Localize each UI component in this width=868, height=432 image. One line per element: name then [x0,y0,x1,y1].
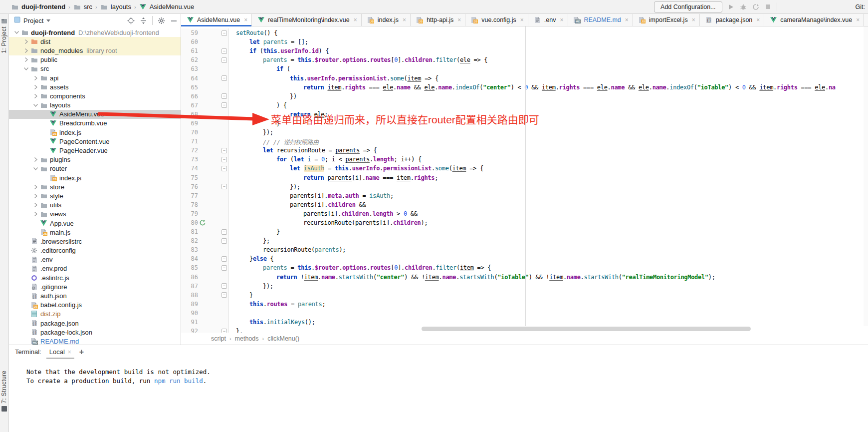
close-tab-icon[interactable]: × [624,16,629,23]
project-stripe-button[interactable]: 1: Project [0,18,7,53]
fold-marker-icon[interactable]: − [221,283,227,289]
project-view-selector[interactable]: Project [14,16,50,24]
tree-row[interactable]: dist [9,37,181,46]
fold-marker-icon[interactable]: − [221,30,227,36]
chevron-collapsed-icon[interactable] [32,212,39,216]
editor-breadcrumb-item[interactable]: script [211,335,226,342]
tree-row[interactable]: node_moduleslibrary root [9,46,181,55]
tree-row[interactable]: MDREADME.md [9,337,181,345]
chevron-collapsed-icon[interactable] [32,185,39,189]
tree-row[interactable]: App.vue [9,219,181,228]
tree-row[interactable]: utils [9,201,181,210]
tree-row[interactable]: public [9,55,181,64]
tree-row[interactable]: .editorconfig [9,246,181,255]
editor-breadcrumb-item[interactable]: clickMenu() [267,335,299,342]
run-icon[interactable] [727,3,735,11]
error-stripe[interactable] [864,26,868,326]
tree-row[interactable]: {)package.json [9,319,181,328]
tree-row[interactable]: src [9,64,181,73]
chevron-expanded-icon[interactable] [22,67,30,70]
close-tab-icon[interactable]: × [855,16,860,23]
tree-row[interactable]: components [9,91,181,100]
fold-marker-icon[interactable]: − [221,184,227,189]
tree-row[interactable]: PageHeader.vue [9,146,181,155]
terminal-tab-local[interactable]: Local × [48,346,72,358]
editor-tab[interactable]: MDREADME.md× [568,14,633,26]
tree-row[interactable]: dist.zip [9,310,181,319]
fold-marker-icon[interactable]: − [221,238,227,244]
git-branch-widget[interactable]: Git: [782,3,865,10]
horizontal-scrollbar[interactable] [422,327,751,331]
add-configuration-button[interactable]: Add Configuration... [654,1,722,12]
chevron-collapsed-icon[interactable] [32,94,39,98]
close-icon[interactable]: × [68,349,71,356]
editor-breadcrumb-item[interactable]: methods [235,335,259,342]
close-tab-icon[interactable]: × [519,16,524,23]
editor-tab[interactable]: .env× [528,14,568,26]
tree-row[interactable]: plugins [9,155,181,164]
fold-marker-icon[interactable]: − [221,166,227,171]
chevron-collapsed-icon[interactable] [32,194,39,198]
fold-marker-icon[interactable]: − [221,102,227,108]
breadcrumb-item[interactable]: AsideMenu.vue [139,3,195,10]
tree-row[interactable]: api [9,73,181,82]
close-tab-icon[interactable]: × [691,16,695,23]
chevron-collapsed-icon[interactable] [32,76,39,80]
tree-row[interactable]: .env.prod [9,264,181,273]
tree-row[interactable]: assets [9,82,181,91]
run-with-coverage-icon[interactable] [752,3,760,11]
hide-panel-icon[interactable] [170,17,178,24]
fold-marker-icon[interactable]: − [221,265,227,271]
editor-tab[interactable]: JShttp-api.js× [411,14,465,26]
collapse-all-icon[interactable] [140,17,147,24]
editor-tab[interactable]: JSimportExcel.js× [633,14,700,26]
fold-marker-icon[interactable]: − [221,229,227,235]
editor-tab[interactable]: {)package.json× [700,14,765,26]
tree-row[interactable]: store [9,182,181,191]
close-tab-icon[interactable]: × [456,16,461,23]
close-tab-icon[interactable]: × [559,16,563,23]
tree-row[interactable]: views [9,210,181,219]
tree-row[interactable]: Breadcrumb.vue [9,119,181,128]
close-tab-icon[interactable]: × [755,16,760,23]
fold-marker-icon[interactable]: − [221,157,227,162]
tree-row[interactable]: AsideMenu.vue [9,110,181,119]
chevron-collapsed-icon[interactable] [32,157,39,162]
tree-row[interactable]: PageContent.vue [9,137,181,146]
fold-marker-icon[interactable]: − [221,75,227,81]
tree-row[interactable]: JSindex.js [9,173,181,182]
tree-row[interactable]: style [9,191,181,200]
chevron-expanded-icon[interactable] [13,31,20,34]
editor-tab[interactable]: AsideMenu.vue× [181,14,252,26]
code-editor[interactable]: 59−setRoute() {60let parents = [];61−if … [181,26,868,333]
tree-row[interactable]: JSmain.js [9,228,181,237]
tree-row[interactable]: router [9,164,181,173]
recursive-call-icon[interactable] [200,220,208,226]
breadcrumb-item[interactable]: src [73,3,92,10]
tree-row[interactable]: duoji-frontendD:\zheheWeb\duoji-frontend [9,28,181,37]
chevron-collapsed-icon[interactable] [22,57,30,62]
tree-row[interactable]: .env [9,255,181,264]
chevron-collapsed-icon[interactable] [32,203,39,207]
fold-marker-icon[interactable]: − [221,329,227,333]
settings-gear-icon[interactable] [158,17,165,24]
close-tab-icon[interactable]: × [353,16,357,23]
editor-tab[interactable]: cameraManage\index.vue× [764,14,864,26]
fold-marker-icon[interactable]: − [221,292,227,298]
chevron-expanded-icon[interactable] [32,167,39,170]
tree-row[interactable]: {)auth.json [9,291,181,300]
stop-icon[interactable] [764,3,772,11]
breadcrumb-item[interactable]: layouts [100,3,131,10]
chevron-expanded-icon[interactable] [32,104,39,107]
chevron-collapsed-icon[interactable] [22,39,30,44]
tree-row[interactable]: .gitignore [9,282,181,291]
chevron-collapsed-icon[interactable] [32,85,39,89]
debug-icon[interactable] [739,3,747,11]
editor-tab[interactable]: realTimeMonitoring\index.vue× [252,14,362,26]
tree-row[interactable]: .browserslistrc [9,237,181,246]
editor-tab[interactable]: JSvue.config.js× [465,14,528,26]
fold-marker-icon[interactable]: − [221,93,227,99]
breadcrumb-item[interactable]: duoji-frontend [11,3,65,10]
tree-row[interactable]: layouts [9,101,181,110]
editor-tab[interactable]: JSindex.js× [362,14,411,26]
